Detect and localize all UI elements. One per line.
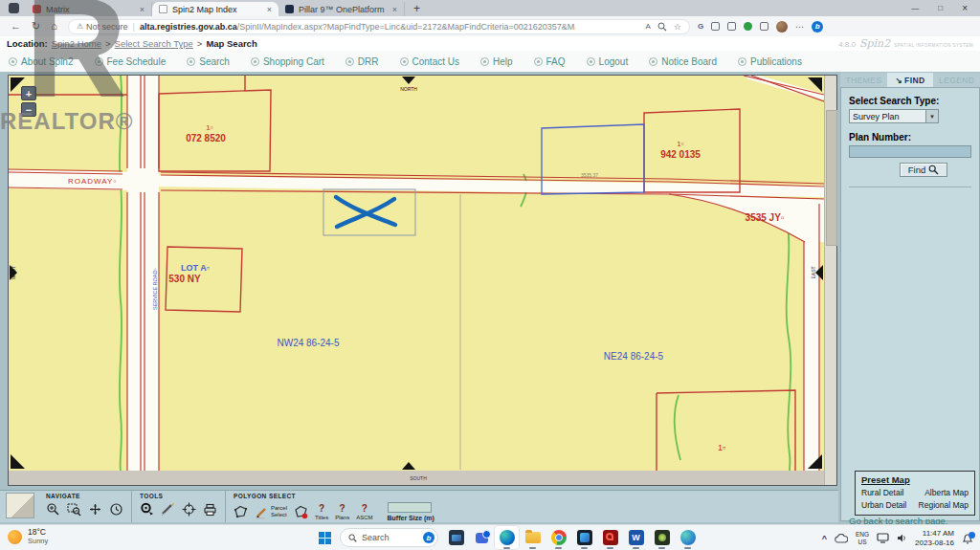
query-plans-tool[interactable]: ?Plans: [335, 504, 349, 520]
tab-themes[interactable]: THEMES: [840, 73, 887, 87]
minimize-button[interactable]: —: [911, 4, 919, 12]
more-menu-icon[interactable]: ⋯: [795, 22, 804, 32]
taskbar-app-word[interactable]: W: [624, 526, 648, 549]
not-secure-icon: ⚠: [77, 22, 83, 31]
zoom-out-button[interactable]: −: [21, 102, 36, 117]
overview-map-icon[interactable]: [6, 493, 34, 518]
parcel-map[interactable]: NORTH SOUTH WEST EAST ROADWAY▫ 1▫ 072 85…: [9, 76, 824, 485]
address-bar[interactable]: ⚠ Not secure | alta.registries.gov.ab.ca…: [68, 19, 690, 34]
back-button[interactable]: ←: [11, 21, 21, 32]
pan-tool-icon[interactable]: [88, 502, 102, 517]
chevron-down-icon: ▼: [925, 110, 938, 122]
breadcrumb-home-link[interactable]: Spin2 Home: [52, 38, 101, 49]
tab-pillar9[interactable]: Pillar 9™ OnePlatform ×: [278, 2, 405, 16]
taskbar-app-photos[interactable]: [572, 526, 596, 549]
menu-search[interactable]: Search: [187, 56, 230, 67]
volume-icon[interactable]: [897, 533, 907, 543]
buffer-size-input[interactable]: [388, 502, 432, 513]
breadcrumb-search-type-link[interactable]: Select Search Type: [115, 38, 193, 49]
favorite-star-icon[interactable]: ☆: [674, 22, 681, 32]
taskbar-weather-widget[interactable]: 18°C Sunny: [8, 528, 48, 545]
new-tab-button[interactable]: +: [413, 2, 420, 15]
home-button[interactable]: ⌂: [51, 21, 57, 32]
maximize-button[interactable]: □: [938, 4, 943, 12]
find-button[interactable]: Find: [900, 163, 947, 177]
zoom-window-tool-icon[interactable]: [67, 502, 81, 517]
tray-expand-icon[interactable]: ^: [822, 534, 827, 543]
roadway-label: ROADWAY▫: [68, 177, 117, 186]
scrollbar-thumb[interactable]: [826, 110, 837, 246]
taskbar-app-dark[interactable]: [650, 526, 674, 549]
clear-polygon-tool-icon[interactable]: [294, 505, 308, 519]
profile-avatar[interactable]: [776, 21, 788, 33]
menu-fee-schedule[interactable]: Fee Schedule: [95, 56, 167, 67]
ascm-label: ASCM: [356, 515, 372, 520]
refresh-button[interactable]: ↻: [32, 21, 40, 32]
preset-urban-detail[interactable]: Urban Detail: [861, 500, 906, 510]
taskbar-apps: W: [495, 526, 700, 549]
question-icon: ?: [340, 504, 345, 514]
taskbar-app-chrome[interactable]: [546, 526, 570, 549]
onedrive-cloud-icon[interactable]: [835, 534, 848, 543]
collections-icon[interactable]: [727, 22, 736, 31]
tab-close-icon[interactable]: ×: [140, 5, 145, 14]
language-indicator[interactable]: ENGUS: [856, 531, 869, 546]
preset-rural-detail[interactable]: Rural Detail: [861, 488, 903, 497]
bullet-icon: [587, 57, 595, 66]
zoom-in-button[interactable]: +: [21, 86, 36, 100]
network-icon[interactable]: [877, 533, 889, 543]
workspace-icon[interactable]: [9, 3, 19, 13]
taskbar-app-edge[interactable]: [495, 526, 519, 549]
close-button[interactable]: ×: [962, 3, 968, 13]
tab-matrix[interactable]: Matrix ×: [26, 2, 152, 16]
taskbar-chat-icon[interactable]: [476, 530, 491, 545]
zoom-icon[interactable]: [657, 22, 667, 32]
menu-about-spin2[interactable]: About Spin2: [9, 56, 74, 67]
start-button[interactable]: [319, 532, 331, 544]
tab-find[interactable]: ↘FIND: [887, 73, 934, 87]
extension-g-icon[interactable]: G: [698, 22, 703, 31]
measure-tool-icon[interactable]: [161, 502, 175, 517]
extension-green-icon[interactable]: [744, 22, 752, 31]
taskbar-app-edge-2[interactable]: [676, 526, 700, 549]
app-icon: [655, 530, 670, 545]
menu-publications[interactable]: Publications: [738, 56, 802, 67]
menu-notice-board[interactable]: Notice Board: [649, 56, 717, 67]
menu-contact-us[interactable]: Contact Us: [400, 56, 459, 67]
plan-number-input[interactable]: [849, 145, 971, 158]
identify-tool-icon[interactable]: [140, 502, 154, 517]
tab-spin2-map-index[interactable]: Spin2 Map Index ×: [152, 2, 278, 16]
center-map-tool-icon[interactable]: [182, 502, 196, 517]
preset-alberta-map[interactable]: Alberta Map: [924, 488, 969, 497]
map-vertical-scrollbar[interactable]: [824, 76, 836, 485]
menu-faq[interactable]: FAQ: [534, 56, 566, 67]
menu-help[interactable]: Help: [480, 56, 513, 67]
query-ascm-tool[interactable]: ?ASCM: [356, 504, 372, 520]
read-aloud-icon[interactable]: A: [645, 22, 650, 31]
previous-extent-icon[interactable]: [109, 502, 123, 517]
taskbar-app-file-explorer[interactable]: [521, 526, 545, 549]
preset-regional-map[interactable]: Regional Map: [919, 500, 969, 510]
split-screen-icon[interactable]: [711, 22, 720, 31]
taskbar-app-acrobat[interactable]: [598, 526, 622, 549]
apps-icon[interactable]: [760, 22, 768, 31]
search-type-select[interactable]: Survey Plan ▼: [849, 109, 939, 123]
query-titles-tool[interactable]: ?Titles: [315, 504, 328, 520]
draw-polygon-tool-icon[interactable]: [234, 505, 248, 519]
sun-icon: [8, 530, 22, 544]
taskbar-search[interactable]: Search b: [340, 528, 438, 547]
taskbar-widgets-icon[interactable]: [449, 530, 464, 545]
plan-number-label: 072 8520: [186, 133, 226, 143]
parcel-select-tool[interactable]: ParcelSelect: [255, 505, 287, 519]
notification-bell-icon[interactable]: [962, 532, 975, 545]
copilot-icon[interactable]: b: [812, 21, 823, 33]
menu-logout[interactable]: Logout: [587, 56, 629, 67]
zoom-in-tool-icon[interactable]: [46, 502, 60, 517]
tab-close-icon[interactable]: ×: [267, 5, 272, 14]
print-tool-icon[interactable]: [203, 502, 217, 517]
menu-shopping-cart[interactable]: Shopping Cart: [251, 56, 324, 67]
menu-drr[interactable]: DRR: [345, 56, 379, 67]
tab-close-icon[interactable]: ×: [392, 5, 397, 14]
tab-legend[interactable]: LEGEND: [933, 73, 980, 87]
taskbar-clock[interactable]: 11:47 AM2023-08-16: [915, 529, 954, 548]
